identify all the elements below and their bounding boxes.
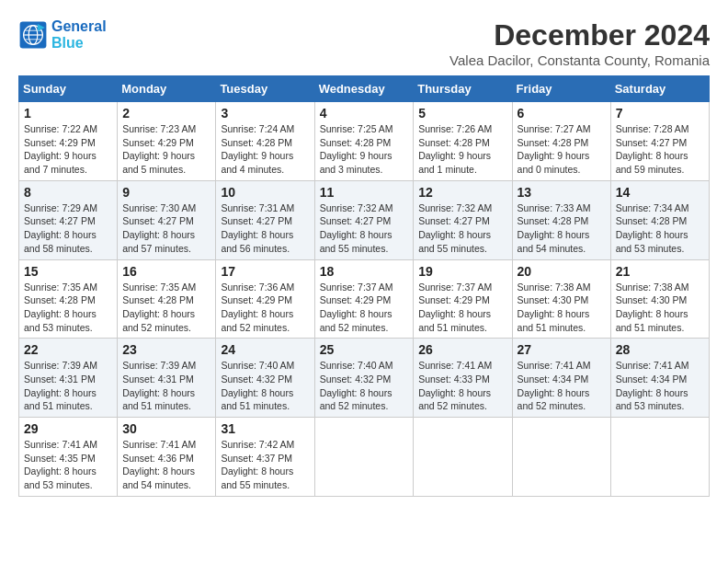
calendar-cell: 21Sunrise: 7:38 AM Sunset: 4:30 PM Dayli… xyxy=(610,259,709,339)
header-saturday: Saturday xyxy=(610,76,709,102)
day-info: Sunrise: 7:29 AM Sunset: 4:27 PM Dayligh… xyxy=(24,201,112,256)
day-info: Sunrise: 7:32 AM Sunset: 4:27 PM Dayligh… xyxy=(320,201,409,256)
day-info: Sunrise: 7:28 AM Sunset: 4:27 PM Dayligh… xyxy=(616,122,704,177)
calendar-cell: 10Sunrise: 7:31 AM Sunset: 4:27 PM Dayli… xyxy=(216,180,314,259)
calendar-cell: 31Sunrise: 7:42 AM Sunset: 4:37 PM Dayli… xyxy=(216,418,314,497)
location-subtitle: Valea Dacilor, Constanta County, Romania xyxy=(449,52,710,68)
day-info: Sunrise: 7:42 AM Sunset: 4:37 PM Dayligh… xyxy=(221,438,309,492)
calendar-cell: 3Sunrise: 7:24 AM Sunset: 4:28 PM Daylig… xyxy=(216,102,314,181)
day-info: Sunrise: 7:41 AM Sunset: 4:34 PM Dayligh… xyxy=(518,359,606,413)
month-title: December 2024 xyxy=(449,18,710,52)
calendar-cell: 8Sunrise: 7:29 AM Sunset: 4:27 PM Daylig… xyxy=(19,180,118,259)
week-row-4: 22Sunrise: 7:39 AM Sunset: 4:31 PM Dayli… xyxy=(19,339,710,418)
calendar-cell xyxy=(314,418,414,497)
week-row-1: 1Sunrise: 7:22 AM Sunset: 4:29 PM Daylig… xyxy=(19,102,710,181)
day-number: 29 xyxy=(24,421,112,436)
day-number: 20 xyxy=(518,264,606,279)
day-number: 5 xyxy=(418,106,506,121)
calendar-cell: 18Sunrise: 7:37 AM Sunset: 4:29 PM Dayli… xyxy=(314,259,414,339)
day-info: Sunrise: 7:27 AM Sunset: 4:28 PM Dayligh… xyxy=(518,122,606,177)
day-number: 27 xyxy=(518,342,606,357)
day-number: 14 xyxy=(616,185,704,200)
calendar-cell: 19Sunrise: 7:37 AM Sunset: 4:29 PM Dayli… xyxy=(414,259,512,339)
day-number: 22 xyxy=(24,342,112,357)
calendar-cell: 1Sunrise: 7:22 AM Sunset: 4:29 PM Daylig… xyxy=(19,102,118,181)
day-number: 17 xyxy=(221,264,309,279)
calendar-cell xyxy=(414,418,512,497)
calendar-cell: 4Sunrise: 7:25 AM Sunset: 4:28 PM Daylig… xyxy=(314,102,414,181)
calendar-cell: 9Sunrise: 7:30 AM Sunset: 4:27 PM Daylig… xyxy=(118,180,216,259)
calendar-cell: 12Sunrise: 7:32 AM Sunset: 4:27 PM Dayli… xyxy=(414,180,512,259)
calendar-cell: 26Sunrise: 7:41 AM Sunset: 4:33 PM Dayli… xyxy=(414,339,512,418)
day-info: Sunrise: 7:24 AM Sunset: 4:28 PM Dayligh… xyxy=(221,122,309,177)
week-row-3: 15Sunrise: 7:35 AM Sunset: 4:28 PM Dayli… xyxy=(19,259,710,339)
day-number: 4 xyxy=(320,106,409,121)
day-number: 18 xyxy=(320,264,409,279)
day-number: 13 xyxy=(518,185,606,200)
day-info: Sunrise: 7:41 AM Sunset: 4:34 PM Dayligh… xyxy=(616,359,704,413)
day-info: Sunrise: 7:39 AM Sunset: 4:31 PM Dayligh… xyxy=(24,359,112,413)
calendar-cell: 17Sunrise: 7:36 AM Sunset: 4:29 PM Dayli… xyxy=(216,259,314,339)
day-number: 16 xyxy=(122,264,210,279)
calendar-cell: 15Sunrise: 7:35 AM Sunset: 4:28 PM Dayli… xyxy=(19,259,118,339)
calendar-cell: 20Sunrise: 7:38 AM Sunset: 4:30 PM Dayli… xyxy=(512,259,610,339)
header-wednesday: Wednesday xyxy=(314,76,414,102)
day-number: 30 xyxy=(122,421,210,436)
day-info: Sunrise: 7:34 AM Sunset: 4:28 PM Dayligh… xyxy=(616,201,704,256)
calendar-cell: 13Sunrise: 7:33 AM Sunset: 4:28 PM Dayli… xyxy=(512,180,610,259)
logo-icon xyxy=(18,20,48,50)
calendar-cell xyxy=(610,418,709,497)
calendar-table: Sunday Monday Tuesday Wednesday Thursday… xyxy=(18,75,710,497)
day-info: Sunrise: 7:32 AM Sunset: 4:27 PM Dayligh… xyxy=(418,201,506,256)
week-row-5: 29Sunrise: 7:41 AM Sunset: 4:35 PM Dayli… xyxy=(19,418,710,497)
calendar-cell: 24Sunrise: 7:40 AM Sunset: 4:32 PM Dayli… xyxy=(216,339,314,418)
day-number: 11 xyxy=(320,185,409,200)
day-number: 6 xyxy=(518,106,606,121)
day-number: 31 xyxy=(221,421,309,436)
calendar-cell: 27Sunrise: 7:41 AM Sunset: 4:34 PM Dayli… xyxy=(512,339,610,418)
day-info: Sunrise: 7:22 AM Sunset: 4:29 PM Dayligh… xyxy=(24,122,112,177)
logo-text: General Blue xyxy=(51,18,107,51)
calendar-cell: 7Sunrise: 7:28 AM Sunset: 4:27 PM Daylig… xyxy=(610,102,709,181)
day-number: 10 xyxy=(221,185,309,200)
calendar-cell: 30Sunrise: 7:41 AM Sunset: 4:36 PM Dayli… xyxy=(118,418,216,497)
calendar-cell: 5Sunrise: 7:26 AM Sunset: 4:28 PM Daylig… xyxy=(414,102,512,181)
day-info: Sunrise: 7:26 AM Sunset: 4:28 PM Dayligh… xyxy=(418,122,506,177)
calendar-cell: 23Sunrise: 7:39 AM Sunset: 4:31 PM Dayli… xyxy=(118,339,216,418)
header-monday: Monday xyxy=(118,76,216,102)
day-number: 28 xyxy=(616,342,704,357)
day-info: Sunrise: 7:38 AM Sunset: 4:30 PM Dayligh… xyxy=(518,281,606,335)
day-info: Sunrise: 7:30 AM Sunset: 4:27 PM Dayligh… xyxy=(122,201,210,256)
day-info: Sunrise: 7:31 AM Sunset: 4:27 PM Dayligh… xyxy=(221,201,309,256)
day-info: Sunrise: 7:25 AM Sunset: 4:28 PM Dayligh… xyxy=(320,122,409,177)
calendar-cell: 25Sunrise: 7:40 AM Sunset: 4:32 PM Dayli… xyxy=(314,339,414,418)
calendar-cell: 22Sunrise: 7:39 AM Sunset: 4:31 PM Dayli… xyxy=(19,339,118,418)
day-number: 23 xyxy=(122,342,210,357)
logo: General Blue xyxy=(18,18,107,51)
calendar-cell: 14Sunrise: 7:34 AM Sunset: 4:28 PM Dayli… xyxy=(610,180,709,259)
day-number: 15 xyxy=(24,264,112,279)
day-number: 3 xyxy=(221,106,309,121)
calendar-cell: 16Sunrise: 7:35 AM Sunset: 4:28 PM Dayli… xyxy=(118,259,216,339)
calendar-cell: 11Sunrise: 7:32 AM Sunset: 4:27 PM Dayli… xyxy=(314,180,414,259)
day-info: Sunrise: 7:41 AM Sunset: 4:35 PM Dayligh… xyxy=(24,438,112,492)
day-number: 2 xyxy=(122,106,210,121)
day-info: Sunrise: 7:36 AM Sunset: 4:29 PM Dayligh… xyxy=(221,281,309,335)
day-number: 21 xyxy=(616,264,704,279)
day-info: Sunrise: 7:39 AM Sunset: 4:31 PM Dayligh… xyxy=(122,359,210,413)
header-tuesday: Tuesday xyxy=(216,76,314,102)
calendar-cell xyxy=(512,418,610,497)
day-info: Sunrise: 7:33 AM Sunset: 4:28 PM Dayligh… xyxy=(518,201,606,256)
calendar-cell: 28Sunrise: 7:41 AM Sunset: 4:34 PM Dayli… xyxy=(610,339,709,418)
day-number: 25 xyxy=(320,342,409,357)
header-friday: Friday xyxy=(512,76,610,102)
header-thursday: Thursday xyxy=(414,76,512,102)
day-info: Sunrise: 7:23 AM Sunset: 4:29 PM Dayligh… xyxy=(122,122,210,177)
day-info: Sunrise: 7:40 AM Sunset: 4:32 PM Dayligh… xyxy=(221,359,309,413)
title-block: December 2024 Valea Dacilor, Constanta C… xyxy=(449,18,710,68)
week-row-2: 8Sunrise: 7:29 AM Sunset: 4:27 PM Daylig… xyxy=(19,180,710,259)
day-number: 24 xyxy=(221,342,309,357)
day-info: Sunrise: 7:35 AM Sunset: 4:28 PM Dayligh… xyxy=(122,281,210,335)
calendar-header-row: Sunday Monday Tuesday Wednesday Thursday… xyxy=(19,76,710,102)
page-header: General Blue December 2024 Valea Dacilor… xyxy=(18,18,710,68)
